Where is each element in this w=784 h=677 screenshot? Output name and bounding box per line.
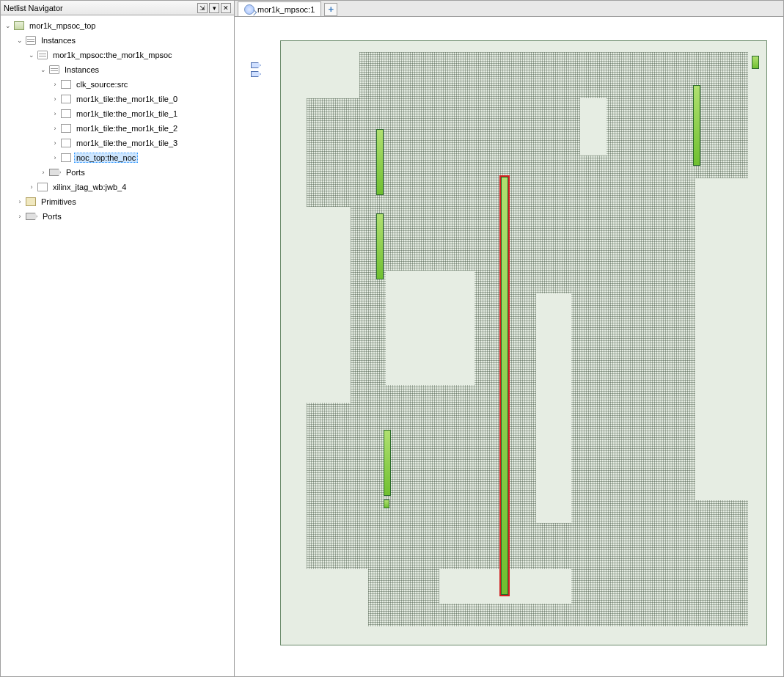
tree-view[interactable]: ⌄ mor1k_mpsoc_top ⌄ Instances xyxy=(1,15,234,676)
module-icon xyxy=(61,124,71,133)
tree-item-instances-l3[interactable]: ⌄ Instances xyxy=(2,62,232,77)
module-icon xyxy=(61,153,71,162)
chevron-down-icon[interactable]: ⌄ xyxy=(27,51,36,59)
chevron-down-icon[interactable]: ⌄ xyxy=(15,36,24,45)
tab-bar: mor1k_mpsoc:1 + xyxy=(235,1,783,17)
module-icon xyxy=(61,139,71,147)
tree-item-ports-l3[interactable]: › Ports xyxy=(2,165,232,180)
instance-tile0[interactable] xyxy=(376,129,384,195)
tree-item-tile0[interactable]: › mor1k_tile:the_mor1k_tile_0 xyxy=(2,92,232,106)
window-position-icon[interactable]: ▾ xyxy=(209,3,219,13)
port-icon xyxy=(49,169,61,176)
primitives-icon xyxy=(26,197,36,206)
panel-title: Netlist Navigator xyxy=(4,4,197,12)
chevron-right-icon[interactable]: › xyxy=(15,212,24,221)
tree-label: noc_top:the_noc xyxy=(74,153,138,163)
tree-item-jtag[interactable]: › xilinx_jtag_wb:jwb_4 xyxy=(2,180,232,194)
schematic-diagram xyxy=(243,26,774,667)
chevron-right-icon[interactable]: › xyxy=(51,139,59,147)
chevron-down-icon[interactable]: ⌄ xyxy=(39,65,48,74)
tree-label: Instances xyxy=(39,35,78,45)
chevron-right-icon[interactable]: › xyxy=(39,168,48,177)
tree-label: mor1k_tile:the_mor1k_tile_1 xyxy=(74,109,180,119)
wire-field xyxy=(307,52,748,626)
chevron-right-icon[interactable]: › xyxy=(51,124,59,133)
input-port-icon[interactable] xyxy=(251,62,261,68)
input-port-icon[interactable] xyxy=(251,71,261,77)
tree-label: mor1k_mpsoc:the_mor1k_mpsoc xyxy=(51,50,175,60)
tree-label: mor1k_mpsoc_top xyxy=(27,21,98,31)
tree-item-noc[interactable]: › noc_top:the_noc xyxy=(2,150,232,165)
module-icon xyxy=(37,51,48,59)
tree-label: mor1k_tile:the_mor1k_tile_0 xyxy=(74,94,180,104)
module-icon xyxy=(61,95,71,103)
close-icon[interactable]: ✕ xyxy=(221,3,231,13)
chevron-right-icon[interactable]: › xyxy=(51,80,59,89)
schematic-panel: mor1k_mpsoc:1 + xyxy=(235,0,784,677)
instance-tile2[interactable] xyxy=(384,430,391,496)
instance-noc-selected[interactable] xyxy=(501,177,508,595)
hierarchy-icon xyxy=(14,21,24,30)
instance-jtag[interactable] xyxy=(752,56,759,69)
tree-item-instances[interactable]: ⌄ Instances xyxy=(2,33,232,48)
folder-icon xyxy=(26,36,36,45)
tree-label: mor1k_tile:the_mor1k_tile_2 xyxy=(74,123,180,133)
tree-item-root[interactable]: ⌄ mor1k_mpsoc_top xyxy=(2,18,232,33)
tree-item-primitives[interactable]: › Primitives xyxy=(2,194,232,209)
instance-tile3[interactable] xyxy=(693,85,700,166)
chevron-right-icon[interactable]: › xyxy=(51,153,59,162)
module-icon xyxy=(61,109,71,118)
chevron-down-icon[interactable]: ⌄ xyxy=(4,21,12,30)
instance-tile1[interactable] xyxy=(376,213,384,279)
tab-schematic[interactable]: mor1k_mpsoc:1 xyxy=(238,1,321,16)
chevron-right-icon[interactable]: › xyxy=(15,197,24,206)
tree-label: xilinx_jtag_wb:jwb_4 xyxy=(51,182,128,192)
instance-clk-source[interactable] xyxy=(384,499,389,508)
tree-item-ports[interactable]: › Ports xyxy=(2,209,232,224)
tree-label: mor1k_tile:the_mor1k_tile_3 xyxy=(74,138,180,148)
tab-label: mor1k_mpsoc:1 xyxy=(257,5,315,14)
tree-label: Instances xyxy=(62,65,101,75)
tree-label: clk_source:src xyxy=(74,79,130,89)
magnifier-icon xyxy=(244,4,254,15)
port-icon xyxy=(26,213,37,220)
panel-header: Netlist Navigator ⇲ ▾ ✕ xyxy=(1,1,234,15)
tree-item-tile2[interactable]: › mor1k_tile:the_mor1k_tile_2 xyxy=(2,121,232,136)
pin-icon[interactable]: ⇲ xyxy=(197,3,208,13)
chevron-right-icon[interactable]: › xyxy=(51,109,59,118)
tree-item-tile3[interactable]: › mor1k_tile:the_mor1k_tile_3 xyxy=(2,136,232,150)
module-icon xyxy=(37,183,48,191)
tree-item-clk-source[interactable]: › clk_source:src xyxy=(2,77,232,92)
chevron-right-icon[interactable]: › xyxy=(27,183,36,191)
chevron-right-icon[interactable]: › xyxy=(51,95,59,103)
netlist-navigator-panel: Netlist Navigator ⇲ ▾ ✕ ⌄ mor1k_mpsoc_to… xyxy=(0,0,235,677)
tree-item-tile1[interactable]: › mor1k_tile:the_mor1k_tile_1 xyxy=(2,106,232,121)
tree-label: Ports xyxy=(40,211,64,222)
schematic-canvas[interactable] xyxy=(235,17,783,676)
folder-icon xyxy=(49,65,59,74)
tree-label: Ports xyxy=(64,167,87,178)
new-tab-button[interactable]: + xyxy=(324,3,337,16)
tree-item-mpsoc[interactable]: ⌄ mor1k_mpsoc:the_mor1k_mpsoc xyxy=(2,48,232,62)
schematic-top-block[interactable] xyxy=(280,40,767,645)
tree-label: Primitives xyxy=(39,197,78,207)
module-icon xyxy=(61,80,71,89)
